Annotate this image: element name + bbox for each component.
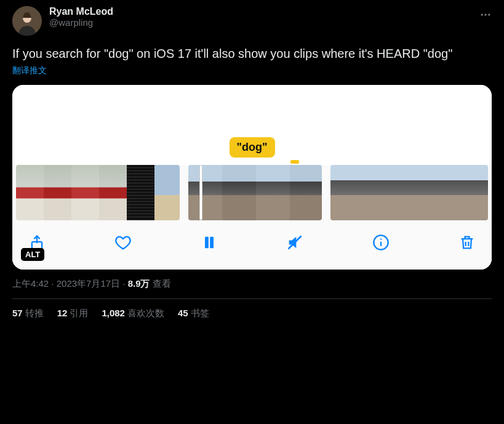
tweet-meta: 上午4:42 · 2023年7月17日 · 8.9万 查看: [12, 278, 492, 290]
alt-badge[interactable]: ALT: [21, 248, 44, 261]
svg-rect-6: [205, 237, 209, 249]
views-label: 查看: [153, 278, 171, 289]
author-names: Ryan McLeod @warpling: [49, 6, 113, 28]
filmstrip: [12, 165, 492, 220]
media-toolbar: [12, 220, 492, 270]
tweet-text: If you search for "dog" on iOS 17 it'll …: [12, 46, 492, 62]
svg-point-3: [484, 14, 486, 15]
trash-icon[interactable]: [458, 234, 476, 254]
heart-icon[interactable]: [114, 234, 132, 254]
views-count: 8.9万: [128, 278, 150, 289]
tweet-header: Ryan McLeod @warpling: [12, 6, 492, 36]
date[interactable]: 2023年7月17日: [57, 278, 120, 289]
svg-point-11: [380, 239, 382, 240]
video-clip[interactable]: [188, 165, 322, 220]
time[interactable]: 上午4:42: [12, 278, 49, 289]
divider: [12, 298, 492, 299]
playhead[interactable]: [199, 165, 202, 220]
svg-point-4: [488, 14, 490, 15]
likes-stat[interactable]: 1,082喜欢次数: [102, 308, 164, 319]
media-card[interactable]: "dog" ALT: [12, 85, 492, 270]
bookmarks-stat[interactable]: 45书签: [178, 308, 209, 319]
tweet-stats: 57转推 12引用 1,082喜欢次数 45书签: [12, 308, 492, 319]
caption-indicator: [290, 160, 299, 164]
video-clip[interactable]: [16, 165, 180, 220]
handle[interactable]: @warpling: [49, 17, 113, 28]
quotes-stat[interactable]: 12引用: [57, 308, 89, 319]
caption-bubble: "dog": [229, 137, 274, 158]
display-name[interactable]: Ryan McLeod: [49, 6, 113, 17]
video-clip[interactable]: [330, 165, 488, 220]
pause-icon[interactable]: [201, 234, 218, 254]
retweets-stat[interactable]: 57转推: [12, 308, 44, 319]
mute-icon[interactable]: [286, 234, 303, 254]
svg-point-2: [481, 14, 483, 15]
more-icon[interactable]: [479, 9, 492, 23]
translate-link[interactable]: 翻译推文: [12, 65, 492, 76]
avatar[interactable]: [12, 6, 42, 36]
media-top: "dog": [12, 85, 492, 165]
svg-rect-7: [210, 237, 214, 249]
info-icon[interactable]: [372, 234, 390, 254]
